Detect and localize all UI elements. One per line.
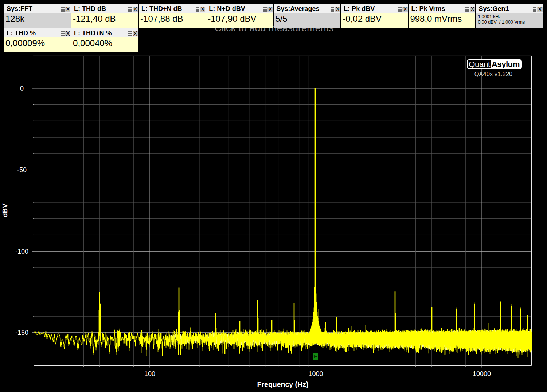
svg-text:0: 0 xyxy=(20,85,24,92)
svg-text:100: 100 xyxy=(144,370,155,377)
svg-text:-50: -50 xyxy=(17,166,27,174)
svg-text:QA40x v1.220: QA40x v1.220 xyxy=(474,71,513,77)
svg-text:Frequency (Hz): Frequency (Hz) xyxy=(257,380,309,388)
svg-text:dBV: dBV xyxy=(1,203,9,217)
svg-text:10000: 10000 xyxy=(473,370,491,377)
svg-text:1000: 1000 xyxy=(308,370,323,377)
svg-text:-100: -100 xyxy=(15,248,28,255)
svg-text:-150: -150 xyxy=(15,329,28,336)
